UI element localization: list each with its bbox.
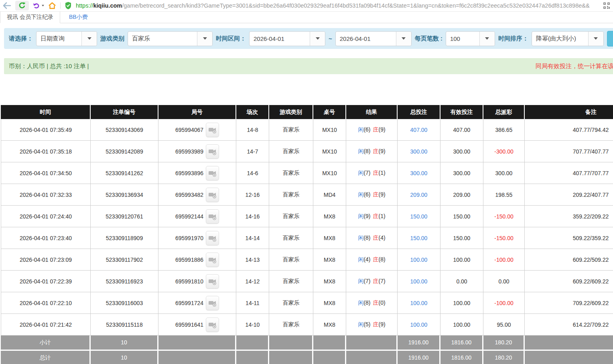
chevron-down-icon[interactable] — [396, 32, 411, 46]
cell-time: 2026-04-01 07:22:39 — [1, 271, 91, 292]
table-row: 2026-04-01 07:34:50523309141262695993896… — [1, 162, 613, 184]
result-banker: 庄(4) — [373, 235, 386, 242]
video-icon[interactable] — [206, 209, 219, 224]
cell-total-bet[interactable]: 100.00 — [398, 249, 440, 271]
cell-result: 闲(5)庄(9) — [346, 314, 398, 336]
address-bar[interactable]: https://kiqiiu.com/game/betrecord_search… — [76, 2, 597, 9]
cell-session: 14-6 — [236, 162, 269, 184]
footer-value: 180.20 — [483, 351, 525, 364]
chevron-down-icon[interactable] — [479, 32, 495, 46]
round-number: 695993482 — [175, 192, 203, 198]
footer-value — [313, 336, 346, 350]
cell-result: 闲(8)庄(4) — [346, 227, 398, 249]
per-page-value: 100 — [446, 32, 479, 46]
cell-valid-bet: 150.00 — [440, 206, 483, 227]
cell-total-bet[interactable]: 150.00 — [398, 227, 440, 249]
video-icon[interactable] — [206, 188, 219, 202]
toolbar-divider — [60, 2, 61, 9]
cell-round: 695991810 — [158, 271, 236, 292]
footer-value — [346, 336, 398, 350]
footer-label: 总计 — [1, 351, 91, 364]
result-player: 闲(6) — [358, 126, 370, 133]
query-type-select[interactable]: 日期查询 — [36, 31, 97, 46]
search-button[interactable]: 查询 — [607, 31, 613, 47]
undo-dropdown-icon[interactable] — [42, 5, 44, 6]
filter-panel: 请选择： 日期查询 游戏类别 百家乐 时间区间： 2026-04-01 ~ 20… — [4, 28, 613, 49]
video-icon[interactable] — [206, 274, 219, 289]
cell-table-no: MX8 — [313, 292, 346, 314]
table-footer: 小计101916.001816.00180.20总计101916.001816.… — [1, 336, 613, 364]
tab-bar: 视讯 会员下注纪录 BB小费 — [0, 12, 613, 23]
cell-round: 695991970 — [158, 227, 236, 249]
security-shield-icon[interactable] — [65, 1, 72, 10]
chevron-down-icon[interactable] — [310, 32, 325, 46]
cell-remark: 709.22/609.22 — [525, 292, 613, 314]
back-icon[interactable] — [2, 1, 11, 10]
cell-bet-id: 523309142089 — [91, 141, 158, 162]
cell-total-bet[interactable]: 150.00 — [398, 206, 440, 227]
video-icon[interactable] — [206, 253, 219, 267]
per-page-label: 每页笔数 : — [415, 35, 442, 42]
video-icon[interactable] — [206, 317, 219, 332]
undo-icon[interactable] — [33, 1, 44, 10]
cell-round: 695993482 — [158, 184, 236, 206]
chevron-down-icon[interactable] — [197, 32, 212, 46]
cell-valid-bet: 100.00 — [440, 249, 483, 271]
video-icon[interactable] — [206, 296, 219, 310]
cell-total-bet[interactable]: 300.00 — [398, 162, 440, 184]
cell-payout: 386.65 — [483, 119, 525, 141]
cell-payout: -150.00 — [483, 227, 525, 249]
cell-game-type: 百家乐 — [269, 184, 313, 206]
round-number: 695991810 — [175, 278, 203, 285]
cell-total-bet[interactable]: 209.00 — [398, 184, 440, 206]
cell-time: 2026-04-01 07:21:42 — [1, 314, 91, 336]
cell-table-no: MX10 — [313, 141, 346, 162]
sort-select[interactable]: 降幂(由大到小) — [532, 31, 604, 46]
chevron-down-icon[interactable] — [81, 32, 97, 46]
cell-bet-id: 523309116923 — [91, 271, 158, 292]
date-to-value: 2026-04-01 — [336, 32, 396, 46]
footer-value — [269, 351, 313, 364]
cell-total-bet[interactable]: 407.00 — [398, 119, 440, 141]
per-page-select[interactable]: 100 — [446, 31, 495, 46]
cell-total-bet[interactable]: 100.00 — [398, 292, 440, 314]
table-row: 2026-04-01 07:24:40523309120761695992144… — [1, 206, 613, 227]
cell-round: 695992144 — [158, 206, 236, 227]
tab-bb-tip-label: BB小费 — [69, 14, 88, 21]
tab-betrecord[interactable]: 视讯 会员下注纪录 — [0, 12, 60, 23]
cell-remark: 614.22/709.22 — [525, 314, 613, 336]
tab-bb-tip[interactable]: BB小费 — [63, 12, 94, 23]
cell-payout: -100.00 — [483, 292, 525, 314]
cell-table-no: MD4 — [313, 184, 346, 206]
cell-round: 695991641 — [158, 314, 236, 336]
refresh-icon[interactable] — [15, 1, 29, 10]
cell-game-type: 百家乐 — [269, 249, 313, 271]
cell-total-bet[interactable]: 300.00 — [398, 141, 440, 162]
result-banker: 庄(9) — [373, 126, 386, 133]
cell-result: 闲(7)庄(1) — [346, 162, 398, 184]
cell-session: 14-14 — [236, 227, 269, 249]
cell-session: 14-10 — [236, 314, 269, 336]
video-icon[interactable] — [206, 123, 219, 137]
date-from-select[interactable]: 2026-04-01 — [249, 31, 325, 46]
result-player: 闲(8) — [358, 299, 370, 307]
home-icon[interactable] — [48, 1, 56, 10]
cell-remark: 609.22/509.22 — [525, 249, 613, 271]
video-icon[interactable] — [206, 166, 219, 180]
column-header: 游戏类别 — [269, 105, 313, 119]
date-to-select[interactable]: 2026-04-01 — [335, 31, 412, 46]
result-player: 闲(8) — [358, 148, 370, 155]
cell-game-type: 百家乐 — [269, 292, 313, 314]
cell-total-bet[interactable]: 100.00 — [398, 314, 440, 336]
video-icon[interactable] — [206, 144, 219, 159]
chevron-down-icon[interactable] — [588, 32, 603, 46]
cell-bet-id: 523309117902 — [91, 249, 158, 271]
video-icon[interactable] — [206, 231, 219, 245]
cell-total-bet[interactable]: 100.00 — [398, 271, 440, 292]
game-type-select[interactable]: 百家乐 — [128, 31, 213, 46]
footer-value: 1916.00 — [398, 351, 440, 364]
qr-code-icon[interactable] — [603, 2, 610, 9]
cell-game-type: 百家乐 — [269, 271, 313, 292]
cell-remark: 407.77/707.77 — [525, 162, 613, 184]
table-row: 2026-04-01 07:23:09523309117902695991886… — [1, 249, 613, 271]
